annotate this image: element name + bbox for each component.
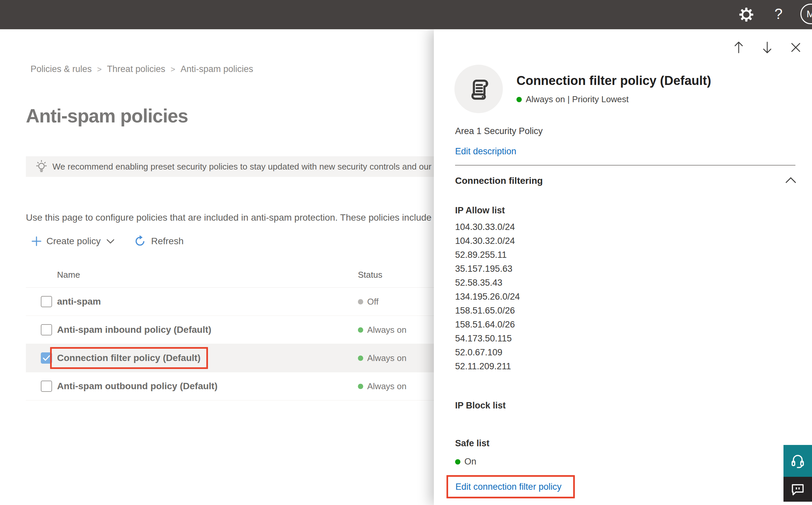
chevron-up-icon — [786, 177, 796, 183]
flyout-status-line: Always on | Priority Lowest — [517, 94, 629, 105]
column-header-name[interactable]: Name — [57, 270, 80, 280]
policy-name-link[interactable]: anti-spam — [57, 296, 101, 307]
ip-address: 158.51.64.0/26 — [455, 318, 520, 331]
ip-address: 52.11.209.211 — [455, 359, 520, 373]
create-policy-button[interactable]: Create policy — [31, 236, 115, 246]
status-dot — [358, 355, 363, 361]
ip-address: 52.58.35.43 — [455, 276, 520, 290]
status-dot — [358, 327, 363, 332]
ip-address: 104.30.33.0/24 — [455, 220, 520, 234]
ip-address: 52.0.67.109 — [455, 345, 520, 359]
checkmark-icon — [43, 355, 50, 361]
help-button[interactable]: ? — [771, 5, 786, 23]
status-dot — [358, 299, 363, 304]
safe-list-status: On — [455, 457, 476, 467]
breadcrumb-separator: > — [171, 65, 175, 74]
flyout-title: Connection filter policy (Default) — [517, 74, 711, 88]
column-header-status[interactable]: Status — [358, 270, 382, 280]
status-text: Always on — [367, 381, 407, 391]
refresh-label: Refresh — [151, 236, 183, 246]
status-dot — [517, 97, 522, 102]
create-policy-label: Create policy — [46, 236, 100, 246]
edit-connection-filter-policy-link[interactable]: Edit connection filter policy — [455, 482, 562, 492]
policy-name-link[interactable]: Connection filter policy (Default) — [50, 347, 208, 369]
policy-name-link[interactable]: Anti-spam inbound policy (Default) — [57, 325, 211, 335]
help-icon: ? — [775, 6, 783, 22]
chat-bubble-icon — [790, 481, 806, 497]
ip-block-list-header: IP Block list — [455, 400, 506, 411]
top-app-bar: ? M — [0, 0, 812, 29]
feedback-chat-button[interactable] — [784, 477, 812, 502]
ip-allow-list: 104.30.33.0/24104.30.32.0/2452.89.255.11… — [455, 220, 520, 373]
edit-policy-highlight-box: Edit connection filter policy — [446, 475, 575, 498]
policy-avatar — [454, 65, 503, 113]
section-divider — [455, 165, 795, 166]
plus-icon — [31, 236, 42, 246]
toolbar: Create policy Refresh — [31, 235, 183, 247]
flyout-status-text: Always on | Priority Lowest — [526, 94, 629, 105]
status-cell: Always on — [358, 381, 407, 391]
status-cell: Off — [358, 297, 379, 307]
status-cell: Always on — [358, 325, 407, 335]
previous-item-button[interactable] — [733, 41, 745, 54]
refresh-button[interactable]: Refresh — [134, 235, 183, 247]
close-icon — [791, 42, 801, 52]
policy-details-flyout: Connection filter policy (Default) Alway… — [434, 29, 812, 505]
ip-address: 35.157.195.63 — [455, 262, 520, 276]
ip-address: 158.51.65.0/26 — [455, 304, 520, 318]
breadcrumb-threat-policies[interactable]: Threat policies — [107, 64, 166, 74]
ip-address: 54.173.50.115 — [455, 331, 520, 345]
refresh-icon — [134, 235, 146, 247]
scroll-icon — [465, 76, 492, 102]
row-checkbox[interactable] — [41, 296, 52, 307]
edit-description-link[interactable]: Edit description — [455, 146, 517, 157]
anti-spam-policies-page: ? M Policies & rules > Threat policies >… — [0, 0, 812, 505]
next-item-button[interactable] — [761, 41, 774, 54]
chevron-down-icon — [107, 239, 115, 244]
breadcrumb: Policies & rules > Threat policies > Ant… — [30, 64, 253, 74]
status-text: Always on — [367, 325, 407, 335]
ip-allow-list-header: IP Allow list — [455, 205, 505, 216]
breadcrumb-separator: > — [97, 65, 102, 74]
ip-address: 134.195.26.0/24 — [455, 290, 520, 304]
gear-icon — [739, 7, 754, 22]
row-checkbox[interactable] — [41, 380, 52, 392]
page-description: Use this page to configure policies that… — [26, 212, 431, 223]
breadcrumb-anti-spam-policies[interactable]: Anti-spam policies — [180, 64, 253, 74]
status-dot — [455, 459, 460, 465]
ip-address: 104.30.32.0/24 — [455, 234, 520, 248]
collapse-section-button[interactable] — [786, 177, 796, 184]
status-dot — [358, 383, 363, 389]
support-button[interactable] — [784, 445, 812, 477]
flyout-nav — [733, 41, 802, 54]
status-cell: Always on — [358, 353, 407, 363]
policy-name-link[interactable]: Anti-spam outbound policy (Default) — [57, 381, 218, 391]
safe-list-status-text: On — [464, 457, 476, 467]
status-text: Off — [367, 297, 379, 307]
row-checkbox[interactable] — [41, 324, 52, 335]
settings-button[interactable] — [738, 7, 754, 23]
connection-filtering-header: Connection filtering — [455, 176, 543, 186]
lightbulb-icon — [36, 160, 47, 173]
close-flyout-button[interactable] — [789, 41, 802, 54]
arrow-down-icon — [762, 41, 773, 54]
policy-description-text: Area 1 Security Policy — [455, 126, 543, 136]
ip-address: 52.89.255.11 — [455, 248, 520, 262]
page-title: Anti-spam policies — [26, 105, 188, 127]
banner-text: We recommend enabling preset security po… — [52, 162, 470, 172]
avatar-initial: M — [807, 8, 812, 20]
headset-icon — [789, 452, 806, 470]
status-text: Always on — [367, 353, 407, 363]
account-avatar[interactable]: M — [800, 4, 812, 24]
arrow-up-icon — [734, 41, 744, 54]
safe-list-header: Safe list — [455, 438, 489, 449]
breadcrumb-policies-rules[interactable]: Policies & rules — [30, 64, 92, 74]
